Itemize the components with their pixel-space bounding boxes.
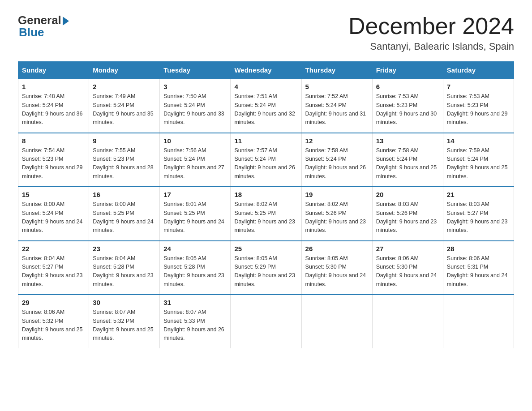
day-number: 7 bbox=[447, 83, 510, 90]
calendar-cell: 5 Sunrise: 7:52 AMSunset: 5:24 PMDayligh… bbox=[301, 79, 372, 133]
calendar-cell bbox=[231, 295, 301, 348]
day-info: Sunrise: 8:02 AMSunset: 5:25 PMDaylight:… bbox=[234, 201, 295, 233]
day-info: Sunrise: 8:00 AMSunset: 5:24 PMDaylight:… bbox=[22, 201, 83, 233]
day-number: 30 bbox=[93, 299, 156, 306]
day-info: Sunrise: 7:53 AMSunset: 5:23 PMDaylight:… bbox=[376, 93, 437, 125]
calendar-cell: 19 Sunrise: 8:02 AMSunset: 5:26 PMDaylig… bbox=[301, 187, 372, 241]
day-number: 12 bbox=[305, 137, 369, 145]
day-info: Sunrise: 8:07 AMSunset: 5:32 PMDaylight:… bbox=[93, 309, 154, 341]
calendar-cell: 13 Sunrise: 7:58 AMSunset: 5:24 PMDaylig… bbox=[372, 133, 443, 187]
day-info: Sunrise: 7:56 AMSunset: 5:24 PMDaylight:… bbox=[163, 147, 224, 180]
calendar-cell: 24 Sunrise: 8:05 AMSunset: 5:28 PMDaylig… bbox=[160, 241, 231, 295]
day-number: 18 bbox=[234, 191, 297, 198]
day-number: 15 bbox=[22, 191, 85, 198]
day-info: Sunrise: 7:53 AMSunset: 5:23 PMDaylight:… bbox=[447, 93, 508, 125]
page-header: General Blue December 2024 Santanyi, Bal… bbox=[18, 13, 514, 52]
weekday-header-friday: Friday bbox=[372, 62, 443, 79]
day-info: Sunrise: 7:57 AMSunset: 5:24 PMDaylight:… bbox=[234, 147, 295, 180]
day-info: Sunrise: 8:07 AMSunset: 5:33 PMDaylight:… bbox=[163, 309, 224, 341]
calendar-cell: 22 Sunrise: 8:04 AMSunset: 5:27 PMDaylig… bbox=[18, 241, 89, 295]
calendar-cell: 12 Sunrise: 7:58 AMSunset: 5:24 PMDaylig… bbox=[301, 133, 372, 187]
day-number: 24 bbox=[163, 245, 227, 253]
day-info: Sunrise: 8:01 AMSunset: 5:25 PMDaylight:… bbox=[163, 201, 224, 233]
day-number: 4 bbox=[234, 83, 297, 90]
day-info: Sunrise: 8:06 AMSunset: 5:31 PMDaylight:… bbox=[447, 255, 508, 287]
day-number: 25 bbox=[234, 245, 297, 253]
day-number: 26 bbox=[305, 245, 369, 253]
day-info: Sunrise: 8:06 AMSunset: 5:30 PMDaylight:… bbox=[376, 255, 437, 287]
calendar-cell: 4 Sunrise: 7:51 AMSunset: 5:24 PMDayligh… bbox=[231, 79, 301, 133]
calendar-cell: 30 Sunrise: 8:07 AMSunset: 5:32 PMDaylig… bbox=[89, 295, 160, 348]
calendar-cell: 10 Sunrise: 7:56 AMSunset: 5:24 PMDaylig… bbox=[160, 133, 231, 187]
day-info: Sunrise: 8:00 AMSunset: 5:25 PMDaylight:… bbox=[93, 201, 154, 233]
day-number: 31 bbox=[163, 299, 227, 306]
location-subtitle: Santanyi, Balearic Islands, Spain bbox=[348, 41, 514, 52]
day-number: 28 bbox=[447, 245, 510, 253]
day-number: 22 bbox=[22, 245, 85, 253]
day-number: 6 bbox=[376, 83, 439, 90]
logo-arrow-icon bbox=[63, 17, 69, 26]
day-info: Sunrise: 7:52 AMSunset: 5:24 PMDaylight:… bbox=[305, 93, 366, 125]
day-number: 9 bbox=[93, 137, 156, 145]
day-info: Sunrise: 8:05 AMSunset: 5:30 PMDaylight:… bbox=[305, 255, 366, 287]
day-info: Sunrise: 7:49 AMSunset: 5:24 PMDaylight:… bbox=[93, 93, 154, 125]
day-info: Sunrise: 7:48 AMSunset: 5:24 PMDaylight:… bbox=[22, 93, 83, 125]
weekday-header-saturday: Saturday bbox=[443, 62, 514, 79]
day-number: 10 bbox=[163, 137, 227, 145]
day-info: Sunrise: 7:58 AMSunset: 5:24 PMDaylight:… bbox=[376, 147, 437, 180]
calendar-cell: 2 Sunrise: 7:49 AMSunset: 5:24 PMDayligh… bbox=[89, 79, 160, 133]
day-number: 17 bbox=[163, 191, 227, 198]
calendar-cell: 6 Sunrise: 7:53 AMSunset: 5:23 PMDayligh… bbox=[372, 79, 443, 133]
calendar-cell: 3 Sunrise: 7:50 AMSunset: 5:24 PMDayligh… bbox=[160, 79, 231, 133]
calendar-cell: 28 Sunrise: 8:06 AMSunset: 5:31 PMDaylig… bbox=[443, 241, 514, 295]
day-info: Sunrise: 8:03 AMSunset: 5:26 PMDaylight:… bbox=[376, 201, 437, 233]
day-number: 27 bbox=[376, 245, 439, 253]
weekday-header-monday: Monday bbox=[89, 62, 160, 79]
calendar-cell: 18 Sunrise: 8:02 AMSunset: 5:25 PMDaylig… bbox=[231, 187, 301, 241]
day-number: 21 bbox=[447, 191, 510, 198]
calendar-cell: 1 Sunrise: 7:48 AMSunset: 5:24 PMDayligh… bbox=[18, 79, 89, 133]
day-number: 23 bbox=[93, 245, 156, 253]
logo: General Blue bbox=[18, 13, 69, 39]
calendar-cell: 16 Sunrise: 8:00 AMSunset: 5:25 PMDaylig… bbox=[89, 187, 160, 241]
title-area: December 2024 Santanyi, Balearic Islands… bbox=[348, 13, 514, 52]
weekday-header-tuesday: Tuesday bbox=[160, 62, 231, 79]
day-number: 11 bbox=[234, 137, 297, 145]
calendar-week-row: 8 Sunrise: 7:54 AMSunset: 5:23 PMDayligh… bbox=[18, 133, 514, 187]
calendar-cell: 25 Sunrise: 8:05 AMSunset: 5:29 PMDaylig… bbox=[231, 241, 301, 295]
day-info: Sunrise: 8:06 AMSunset: 5:32 PMDaylight:… bbox=[22, 309, 83, 341]
weekday-header-wednesday: Wednesday bbox=[231, 62, 301, 79]
weekday-header-thursday: Thursday bbox=[301, 62, 372, 79]
day-number: 16 bbox=[93, 191, 156, 198]
calendar-cell: 29 Sunrise: 8:06 AMSunset: 5:32 PMDaylig… bbox=[18, 295, 89, 348]
day-number: 29 bbox=[22, 299, 85, 306]
day-info: Sunrise: 8:04 AMSunset: 5:27 PMDaylight:… bbox=[22, 255, 83, 287]
day-number: 5 bbox=[305, 83, 369, 90]
calendar-cell: 7 Sunrise: 7:53 AMSunset: 5:23 PMDayligh… bbox=[443, 79, 514, 133]
day-info: Sunrise: 7:50 AMSunset: 5:24 PMDaylight:… bbox=[163, 93, 224, 125]
day-number: 19 bbox=[305, 191, 369, 198]
day-info: Sunrise: 8:05 AMSunset: 5:29 PMDaylight:… bbox=[234, 255, 295, 287]
day-number: 1 bbox=[22, 83, 85, 90]
calendar-week-row: 22 Sunrise: 8:04 AMSunset: 5:27 PMDaylig… bbox=[18, 241, 514, 295]
calendar-cell: 27 Sunrise: 8:06 AMSunset: 5:30 PMDaylig… bbox=[372, 241, 443, 295]
day-info: Sunrise: 8:03 AMSunset: 5:27 PMDaylight:… bbox=[447, 201, 508, 233]
calendar-cell: 20 Sunrise: 8:03 AMSunset: 5:26 PMDaylig… bbox=[372, 187, 443, 241]
day-info: Sunrise: 8:05 AMSunset: 5:28 PMDaylight:… bbox=[163, 255, 224, 287]
weekday-header-row: SundayMondayTuesdayWednesdayThursdayFrid… bbox=[18, 62, 514, 79]
weekday-header-sunday: Sunday bbox=[18, 62, 89, 79]
calendar-cell: 11 Sunrise: 7:57 AMSunset: 5:24 PMDaylig… bbox=[231, 133, 301, 187]
calendar-cell: 8 Sunrise: 7:54 AMSunset: 5:23 PMDayligh… bbox=[18, 133, 89, 187]
day-info: Sunrise: 8:02 AMSunset: 5:26 PMDaylight:… bbox=[305, 201, 366, 233]
calendar-cell: 15 Sunrise: 8:00 AMSunset: 5:24 PMDaylig… bbox=[18, 187, 89, 241]
calendar-cell: 9 Sunrise: 7:55 AMSunset: 5:23 PMDayligh… bbox=[89, 133, 160, 187]
calendar-cell: 26 Sunrise: 8:05 AMSunset: 5:30 PMDaylig… bbox=[301, 241, 372, 295]
calendar-cell: 31 Sunrise: 8:07 AMSunset: 5:33 PMDaylig… bbox=[160, 295, 231, 348]
day-info: Sunrise: 7:59 AMSunset: 5:24 PMDaylight:… bbox=[447, 147, 508, 180]
day-info: Sunrise: 7:58 AMSunset: 5:24 PMDaylight:… bbox=[305, 147, 366, 180]
day-number: 14 bbox=[447, 137, 510, 145]
day-info: Sunrise: 7:55 AMSunset: 5:23 PMDaylight:… bbox=[93, 147, 154, 180]
calendar-cell: 23 Sunrise: 8:04 AMSunset: 5:28 PMDaylig… bbox=[89, 241, 160, 295]
day-number: 20 bbox=[376, 191, 439, 198]
calendar-cell: 21 Sunrise: 8:03 AMSunset: 5:27 PMDaylig… bbox=[443, 187, 514, 241]
